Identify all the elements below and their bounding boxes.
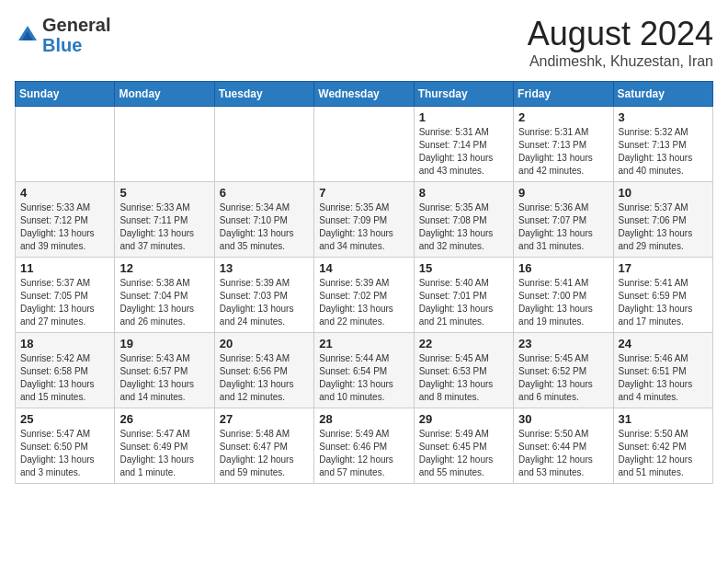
day-info: Sunrise: 5:35 AM Sunset: 7:09 PM Dayligh… [319, 201, 408, 253]
day-info: Sunrise: 5:49 AM Sunset: 6:46 PM Dayligh… [319, 428, 408, 479]
day-number: 20 [220, 337, 309, 350]
day-info: Sunrise: 5:50 AM Sunset: 6:44 PM Dayligh… [518, 428, 608, 479]
calendar-cell: 8Sunrise: 5:35 AM Sunset: 7:08 PM Daylig… [414, 182, 513, 258]
day-number: 1 [419, 110, 508, 124]
calendar-cell: 5Sunrise: 5:33 AM Sunset: 7:11 PM Daylig… [115, 182, 214, 258]
logo: General Blue [15, 15, 110, 55]
weekday-header-thursday: Thursday [414, 82, 513, 107]
location-subtitle: Andimeshk, Khuzestan, Iran [528, 53, 713, 70]
day-number: 26 [119, 412, 209, 426]
weekday-header-monday: Monday [115, 82, 214, 107]
day-info: Sunrise: 5:36 AM Sunset: 7:07 PM Dayligh… [518, 201, 608, 253]
weekday-header-row: SundayMondayTuesdayWednesdayThursdayFrid… [16, 82, 713, 107]
day-info: Sunrise: 5:50 AM Sunset: 6:42 PM Dayligh… [619, 428, 708, 479]
day-info: Sunrise: 5:38 AM Sunset: 7:04 PM Dayligh… [119, 277, 209, 328]
day-info: Sunrise: 5:31 AM Sunset: 7:14 PM Dayligh… [419, 126, 508, 178]
day-number: 6 [220, 186, 309, 200]
calendar-cell [16, 107, 115, 182]
calendar-cell: 27Sunrise: 5:48 AM Sunset: 6:47 PM Dayli… [214, 408, 313, 484]
calendar-week-row: 1Sunrise: 5:31 AM Sunset: 7:14 PM Daylig… [16, 107, 713, 182]
weekday-header-friday: Friday [514, 82, 613, 107]
day-number: 17 [619, 261, 708, 275]
day-number: 27 [220, 412, 309, 426]
calendar-cell: 12Sunrise: 5:38 AM Sunset: 7:04 PM Dayli… [115, 258, 214, 333]
day-number: 13 [220, 261, 309, 275]
logo-icon [15, 22, 40, 48]
calendar-table: SundayMondayTuesdayWednesdayThursdayFrid… [15, 81, 713, 484]
calendar-cell: 25Sunrise: 5:47 AM Sunset: 6:50 PM Dayli… [16, 408, 115, 484]
day-number: 2 [518, 110, 608, 124]
day-number: 19 [119, 337, 209, 350]
day-number: 31 [619, 412, 708, 426]
calendar-week-row: 25Sunrise: 5:47 AM Sunset: 6:50 PM Dayli… [16, 408, 713, 484]
calendar-cell: 19Sunrise: 5:43 AM Sunset: 6:57 PM Dayli… [115, 333, 214, 408]
weekday-header-wednesday: Wednesday [314, 82, 414, 107]
day-number: 29 [419, 412, 508, 426]
day-number: 23 [518, 337, 608, 350]
calendar-cell [115, 107, 214, 182]
weekday-header-sunday: Sunday [16, 82, 115, 107]
calendar-week-row: 18Sunrise: 5:42 AM Sunset: 6:58 PM Dayli… [16, 333, 713, 408]
day-info: Sunrise: 5:45 AM Sunset: 6:52 PM Dayligh… [518, 352, 608, 404]
month-year-title: August 2024 [528, 15, 713, 53]
calendar-cell [214, 107, 313, 182]
day-info: Sunrise: 5:41 AM Sunset: 6:59 PM Dayligh… [619, 277, 708, 328]
calendar-cell: 23Sunrise: 5:45 AM Sunset: 6:52 PM Dayli… [514, 333, 613, 408]
day-info: Sunrise: 5:32 AM Sunset: 7:13 PM Dayligh… [619, 126, 708, 178]
day-number: 11 [20, 261, 109, 275]
weekday-header-saturday: Saturday [613, 82, 712, 107]
calendar-cell: 14Sunrise: 5:39 AM Sunset: 7:02 PM Dayli… [314, 258, 414, 333]
day-number: 14 [319, 261, 408, 275]
day-info: Sunrise: 5:44 AM Sunset: 6:54 PM Dayligh… [319, 352, 408, 404]
calendar-cell: 26Sunrise: 5:47 AM Sunset: 6:49 PM Dayli… [115, 408, 214, 484]
day-info: Sunrise: 5:40 AM Sunset: 7:01 PM Dayligh… [419, 277, 508, 328]
day-number: 18 [20, 337, 109, 350]
day-info: Sunrise: 5:45 AM Sunset: 6:53 PM Dayligh… [419, 352, 508, 404]
day-info: Sunrise: 5:39 AM Sunset: 7:03 PM Dayligh… [220, 277, 309, 328]
day-number: 9 [518, 186, 608, 200]
day-number: 24 [619, 337, 708, 350]
day-info: Sunrise: 5:37 AM Sunset: 7:06 PM Dayligh… [619, 201, 708, 253]
calendar-cell: 10Sunrise: 5:37 AM Sunset: 7:06 PM Dayli… [613, 182, 712, 258]
calendar-cell: 4Sunrise: 5:33 AM Sunset: 7:12 PM Daylig… [16, 182, 115, 258]
day-info: Sunrise: 5:31 AM Sunset: 7:13 PM Dayligh… [518, 126, 608, 178]
day-info: Sunrise: 5:43 AM Sunset: 6:57 PM Dayligh… [119, 352, 209, 404]
calendar-cell: 30Sunrise: 5:50 AM Sunset: 6:44 PM Dayli… [514, 408, 613, 484]
calendar-week-row: 4Sunrise: 5:33 AM Sunset: 7:12 PM Daylig… [16, 182, 713, 258]
day-info: Sunrise: 5:33 AM Sunset: 7:11 PM Dayligh… [119, 201, 209, 253]
day-info: Sunrise: 5:42 AM Sunset: 6:58 PM Dayligh… [20, 352, 109, 404]
calendar-cell: 22Sunrise: 5:45 AM Sunset: 6:53 PM Dayli… [414, 333, 513, 408]
title-block: August 2024 Andimeshk, Khuzestan, Iran [528, 15, 713, 70]
calendar-cell: 11Sunrise: 5:37 AM Sunset: 7:05 PM Dayli… [16, 258, 115, 333]
day-number: 8 [419, 186, 508, 200]
day-info: Sunrise: 5:49 AM Sunset: 6:45 PM Dayligh… [419, 428, 508, 479]
day-number: 22 [419, 337, 508, 350]
day-number: 5 [119, 186, 209, 200]
day-number: 16 [518, 261, 608, 275]
logo-blue-text: Blue [42, 35, 82, 55]
calendar-cell: 24Sunrise: 5:46 AM Sunset: 6:51 PM Dayli… [613, 333, 712, 408]
day-number: 10 [619, 186, 708, 200]
day-info: Sunrise: 5:48 AM Sunset: 6:47 PM Dayligh… [220, 428, 309, 479]
day-info: Sunrise: 5:41 AM Sunset: 7:00 PM Dayligh… [518, 277, 608, 328]
day-number: 3 [619, 110, 708, 124]
day-info: Sunrise: 5:35 AM Sunset: 7:08 PM Dayligh… [419, 201, 508, 253]
page-header: General Blue August 2024 Andimeshk, Khuz… [15, 15, 713, 70]
day-info: Sunrise: 5:46 AM Sunset: 6:51 PM Dayligh… [619, 352, 708, 404]
day-info: Sunrise: 5:33 AM Sunset: 7:12 PM Dayligh… [20, 201, 109, 253]
calendar-cell: 13Sunrise: 5:39 AM Sunset: 7:03 PM Dayli… [214, 258, 313, 333]
weekday-header-tuesday: Tuesday [214, 82, 313, 107]
calendar-cell: 21Sunrise: 5:44 AM Sunset: 6:54 PM Dayli… [314, 333, 414, 408]
day-number: 21 [319, 337, 408, 350]
calendar-cell: 28Sunrise: 5:49 AM Sunset: 6:46 PM Dayli… [314, 408, 414, 484]
day-number: 7 [319, 186, 408, 200]
calendar-cell: 17Sunrise: 5:41 AM Sunset: 6:59 PM Dayli… [613, 258, 712, 333]
logo-general-text: General [42, 15, 110, 35]
calendar-cell: 20Sunrise: 5:43 AM Sunset: 6:56 PM Dayli… [214, 333, 313, 408]
calendar-cell: 16Sunrise: 5:41 AM Sunset: 7:00 PM Dayli… [514, 258, 613, 333]
calendar-cell: 7Sunrise: 5:35 AM Sunset: 7:09 PM Daylig… [314, 182, 414, 258]
calendar-week-row: 11Sunrise: 5:37 AM Sunset: 7:05 PM Dayli… [16, 258, 713, 333]
calendar-cell: 29Sunrise: 5:49 AM Sunset: 6:45 PM Dayli… [414, 408, 513, 484]
calendar-cell: 9Sunrise: 5:36 AM Sunset: 7:07 PM Daylig… [514, 182, 613, 258]
day-info: Sunrise: 5:39 AM Sunset: 7:02 PM Dayligh… [319, 277, 408, 328]
